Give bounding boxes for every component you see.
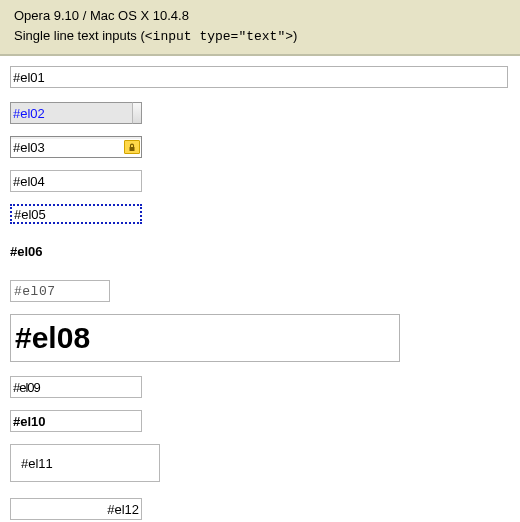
text-input-el05[interactable] [10, 204, 142, 224]
text-input-el01[interactable] [10, 66, 508, 88]
page-title: Opera 9.10 / Mac OS X 10.4.8 [14, 6, 510, 26]
text-input-el07[interactable] [10, 280, 110, 302]
text-input-el08[interactable] [10, 314, 400, 362]
text-input-el03[interactable] [10, 136, 142, 158]
subtitle-code: <input type="text"> [145, 29, 293, 44]
text-input-el11[interactable] [10, 444, 160, 482]
text-input-el02-wrap [10, 102, 142, 124]
lock-icon [124, 140, 140, 154]
text-input-el04[interactable] [10, 170, 142, 192]
text-input-el10[interactable] [10, 410, 142, 432]
page-header: Opera 9.10 / Mac OS X 10.4.8 Single line… [0, 0, 520, 56]
subtitle-prefix: Single line text inputs ( [14, 28, 145, 43]
text-input-el09[interactable] [10, 376, 142, 398]
text-input-el06[interactable] [10, 242, 142, 260]
subtitle-suffix: ) [293, 28, 297, 43]
dropdown-cap-icon [132, 102, 142, 124]
text-input-el02[interactable] [10, 102, 132, 124]
page-subtitle: Single line text inputs (<input type="te… [14, 26, 510, 47]
text-input-el12[interactable] [10, 498, 142, 520]
text-input-el03-wrap [10, 136, 142, 158]
inputs-stage [0, 56, 520, 522]
svg-rect-0 [130, 147, 135, 151]
